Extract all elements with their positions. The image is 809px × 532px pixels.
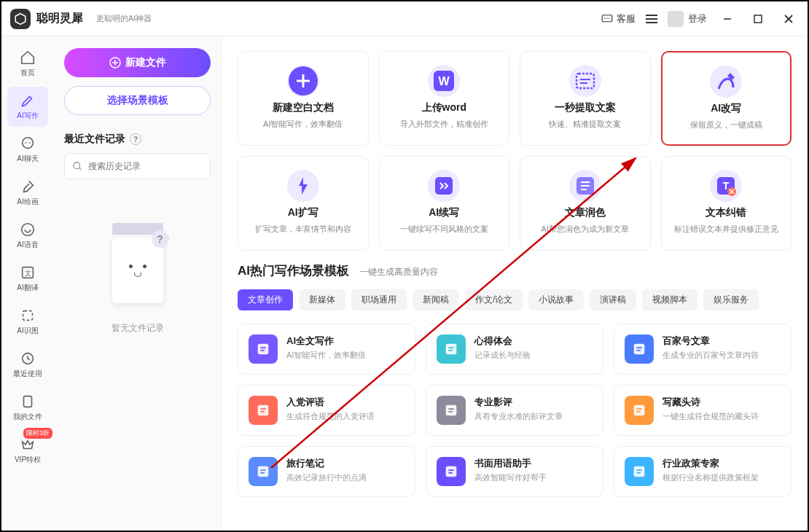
svg-rect-58	[258, 466, 269, 477]
svg-rect-17	[23, 311, 33, 321]
card-desc: 一键续写不同风格的文案	[400, 224, 488, 235]
template-desc: 一键生成符合规范的藏头诗	[663, 411, 759, 422]
translate-icon: 文	[20, 265, 36, 281]
customer-service-button[interactable]: 客服	[601, 12, 636, 26]
svg-rect-19	[24, 396, 32, 407]
expand-icon	[287, 170, 319, 202]
card-desc: AI帮您润色为成为新文章	[542, 224, 629, 235]
search-box[interactable]	[64, 153, 211, 179]
template-icon	[437, 396, 466, 425]
app-slogan: 更聪明的AI神器	[96, 13, 152, 24]
tab-item[interactable]: 作文/论文	[465, 289, 523, 310]
action-card-word[interactable]: W上传word导入外部文件，精准创作	[379, 51, 510, 146]
menu-icon[interactable]	[646, 14, 657, 24]
sidebar-item-label: AI翻译	[17, 283, 38, 293]
tab-item[interactable]: 演讲稿	[590, 289, 636, 310]
search-input[interactable]	[88, 161, 203, 171]
empty-state: ? 暂无文件记录	[64, 201, 211, 519]
template-title: AI全文写作	[286, 335, 366, 348]
card-title: 文本纠错	[706, 206, 746, 219]
home-icon	[20, 50, 36, 66]
action-cards-grid: 新建空白文档AI智能写作，效率翻倍W上传word导入外部文件，精准创作一秒提取文…	[238, 51, 792, 251]
topbar: 聪明灵犀 更聪明的AI神器 客服 登录	[1, 1, 808, 36]
template-card[interactable]: 百家号文章生成专业的百家号文章内容	[614, 324, 792, 375]
svg-rect-49	[258, 405, 269, 416]
template-title: 写藏头诗	[663, 396, 759, 409]
card-title: 上传word	[422, 101, 466, 114]
template-icon	[625, 457, 654, 486]
maximize-button[interactable]	[748, 9, 768, 29]
sidebar-item-label: VIP特权	[15, 455, 41, 465]
svg-text:W: W	[439, 75, 450, 87]
template-card[interactable]: 书面用语助手高效智能写作好帮手	[426, 446, 603, 497]
app-name: 聪明灵犀	[36, 11, 83, 26]
template-card[interactable]: 旅行笔记高效记录旅行中的点滴	[238, 446, 415, 497]
sidebar-item-brush[interactable]: AI绘画	[7, 173, 48, 213]
minimize-button[interactable]	[717, 9, 738, 29]
plus-icon	[287, 65, 319, 97]
sidebar-item-pen[interactable]: AI写作	[7, 87, 48, 127]
choose-template-button[interactable]: 选择场景模板	[64, 86, 211, 115]
action-card-extract[interactable]: 一秒提取文案快速、精准提取文案	[520, 51, 651, 146]
tab-item[interactable]: 娱乐服务	[703, 289, 759, 310]
template-grid: AI全文写作AI智能写作，效率翻倍心得体会记录成长与经验百家号文章生成专业的百家…	[238, 324, 792, 497]
choose-template-label: 选择场景模板	[107, 94, 168, 107]
sidebar-item-scan[interactable]: AI识图	[7, 302, 48, 342]
template-card[interactable]: 入党评语生成符合规范的入党评语	[238, 385, 415, 436]
sidebar-item-vip[interactable]: VIP特权限时3折	[7, 431, 48, 471]
voice-icon	[20, 222, 36, 238]
sidebar-item-translate[interactable]: 文AI翻译	[7, 259, 48, 299]
action-card-polish[interactable]: 文章润色AI帮您润色为成为新文章	[520, 156, 651, 251]
template-desc: AI智能写作，效率翻倍	[286, 350, 366, 361]
action-card-continue[interactable]: AI续写一键续写不同风格的文案	[379, 156, 510, 251]
sidebar-item-clock[interactable]: 最近使用	[7, 345, 48, 385]
sidebar-item-home[interactable]: 首页	[7, 44, 48, 84]
word-icon: W	[428, 65, 460, 97]
left-panel: 新建文件 选择场景模板 最近文件记录 ? ? 暂无文件记录	[54, 36, 222, 531]
sidebar-item-label: 首页	[20, 68, 35, 78]
help-icon[interactable]: ?	[130, 133, 141, 145]
sidebar-item-voice[interactable]: AI语音	[7, 216, 48, 256]
template-icon	[625, 396, 654, 425]
svg-rect-46	[634, 344, 645, 355]
action-card-rewrite[interactable]: AI改写保留原义，一键成稿	[661, 51, 792, 146]
brush-icon	[20, 179, 36, 195]
template-title: 心得体会	[474, 335, 531, 348]
card-desc: 标注错误文本并提供修正意见	[674, 224, 778, 235]
action-card-plus[interactable]: 新建空白文档AI智能写作，效率翻倍	[238, 51, 369, 146]
main-content: 新建空白文档AI智能写作，效率翻倍W上传word导入外部文件，精准创作一秒提取文…	[222, 36, 808, 531]
extract-icon	[569, 65, 601, 97]
tab-item[interactable]: 视频脚本	[642, 289, 697, 310]
template-card[interactable]: 行业政策专家根据行业名称提供政策框架	[614, 446, 792, 497]
new-file-button[interactable]: 新建文件	[64, 48, 211, 77]
sidebar-item-file[interactable]: 我的文件	[7, 388, 48, 428]
tab-item[interactable]: 文章创作	[238, 289, 293, 310]
tab-item[interactable]: 小说故事	[528, 289, 584, 310]
rewrite-icon	[710, 66, 742, 98]
card-title: 文章润色	[565, 206, 606, 219]
action-card-expand[interactable]: AI扩写扩写文章，丰富情节和内容	[238, 156, 369, 251]
template-title: 行业政策专家	[663, 457, 759, 470]
tab-item[interactable]: 职场通用	[351, 289, 407, 310]
recent-files-header: 最近文件记录 ?	[64, 133, 211, 146]
svg-point-12	[25, 142, 26, 144]
template-card[interactable]: 专业影评具有专业水准的影评文章	[426, 385, 603, 436]
template-card[interactable]: 写藏头诗一键生成符合规范的藏头诗	[614, 385, 792, 436]
login-label: 登录	[688, 12, 707, 26]
template-icon	[249, 457, 278, 486]
pen-icon	[20, 93, 36, 109]
svg-point-3	[609, 17, 610, 19]
sidebar-item-chat[interactable]: AI聊天	[7, 130, 48, 170]
tab-item[interactable]: 新闻稿	[413, 289, 459, 310]
avatar-icon	[668, 11, 684, 27]
empty-text: 暂无文件记录	[112, 322, 164, 335]
chat-icon	[20, 136, 36, 152]
close-button[interactable]	[778, 9, 799, 29]
card-title: 一秒提取文案	[555, 101, 616, 114]
template-icon	[437, 335, 466, 364]
login-button[interactable]: 登录	[668, 11, 707, 27]
template-card[interactable]: 心得体会记录成长与经验	[426, 324, 603, 375]
action-card-correct[interactable]: T文本纠错标注错误文本并提供修正意见	[661, 156, 792, 251]
template-card[interactable]: AI全文写作AI智能写作，效率翻倍	[238, 324, 415, 375]
tab-item[interactable]: 新媒体	[299, 289, 345, 310]
